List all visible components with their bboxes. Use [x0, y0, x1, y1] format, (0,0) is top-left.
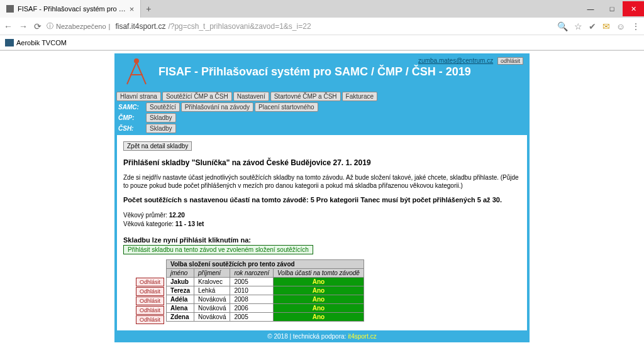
nav-startovne[interactable]: Startovné ČMP a ČSH: [270, 92, 341, 101]
register-skladba-button[interactable]: Přihlásit skladbu na tento závod ve zvol…: [123, 245, 313, 254]
nav-forward-icon[interactable]: →: [19, 21, 28, 31]
col-participation: Volba účasti na tomto závodě: [274, 269, 364, 278]
cell-firstname: Zdena: [167, 313, 194, 322]
star-icon[interactable]: ☆: [574, 21, 582, 31]
table-row: JakubKralovec2005Ano: [167, 278, 364, 286]
bookmark-item[interactable]: Aerobik TVCOM: [16, 39, 67, 46]
nav-label-cmp: ČMP:: [116, 114, 145, 121]
cell-lastname: Nováková: [194, 304, 230, 313]
nav-hlavni-strana[interactable]: Hlavní strana: [116, 92, 161, 101]
cell-year: 2005: [230, 313, 274, 322]
cell-firstname: Tereza: [167, 286, 194, 295]
table-row: TerezaLehká2010Ano: [167, 286, 364, 295]
account-icon[interactable]: ☺: [616, 21, 625, 31]
browser-tab[interactable]: FISAF - Přihlašovací systém pro … ×: [0, 0, 141, 18]
close-icon[interactable]: ×: [130, 4, 135, 14]
odhlasit-button[interactable]: Odhlásit: [136, 287, 164, 296]
register-heading: Skladbu lze nyní přihlásit kliknutím na:: [123, 236, 521, 244]
cell-lastname: Nováková: [194, 295, 230, 304]
cell-year: 2008: [230, 295, 274, 304]
nav-soutezici-cmp-csh[interactable]: Soutěžící ČMP a ČSH: [162, 92, 232, 101]
cell-participation[interactable]: Ano: [274, 278, 364, 286]
cell-firstname: Jakub: [167, 278, 194, 286]
cell-year: 2010: [230, 286, 274, 295]
back-detail-button[interactable]: Zpět na detail skladby: [123, 141, 192, 151]
url-path: /?pg=csh_t_prihlasovani&zavod=1&s_i=22: [168, 22, 311, 31]
nav-row-csh: ČSH: Skladby: [116, 123, 528, 134]
tab-bar: FISAF - Přihlašovací systém pro … × + — …: [0, 0, 644, 18]
table-row: AdélaNováková2008Ano: [167, 295, 364, 304]
bookmark-bar: Aerobik TVCOM: [0, 35, 644, 50]
menu-icon[interactable]: ⋮: [631, 21, 640, 31]
cell-participation[interactable]: Ano: [274, 286, 364, 295]
nav-samc-soutezici[interactable]: Soutěžící: [146, 102, 180, 112]
page-heading: Přihlášení skladby "Sluníčka" na závod Č…: [123, 158, 521, 167]
cell-firstname: Alena: [167, 304, 194, 313]
table-row: AlenaNováková2006Ano: [167, 304, 364, 313]
nav-back-icon[interactable]: ←: [4, 21, 13, 31]
col-firstname: jméno: [167, 269, 194, 278]
cell-lastname: Nováková: [194, 313, 230, 322]
address-bar[interactable]: fisaf.it4sport.cz/?pg=csh_t_prihlasovani…: [115, 22, 552, 31]
window-controls: — □ ✕: [580, 1, 644, 16]
search-ext-icon[interactable]: 🔍: [557, 21, 568, 31]
nav-samc-prihlasovani[interactable]: Přihlašování na závody: [181, 102, 253, 112]
check-icon[interactable]: ✔: [589, 21, 596, 31]
competitors-table-wrap: OdhlásitOdhlásitOdhlásitOdhlásitOdhlásit…: [136, 259, 521, 324]
new-tab-button[interactable]: +: [141, 1, 156, 16]
tab-title: FISAF - Přihlašovací systém pro …: [18, 5, 126, 13]
page-container: FISAF - Přihlašovací systém pro SAMC / Č…: [114, 53, 530, 342]
nav-nastaveni[interactable]: Nastavení: [233, 92, 269, 101]
nav-label-samc: SAMC:: [116, 104, 145, 111]
table-title: Volba složení soutěžících pro tento závo…: [167, 260, 364, 269]
col-year: rok narození: [230, 269, 274, 278]
nav-row-cmp: ČMP: Skladby: [116, 112, 528, 123]
nav-cmp-skladby[interactable]: Skladby: [146, 113, 176, 122]
header-banner: FISAF - Přihlašovací systém pro SAMC / Č…: [114, 53, 530, 90]
cell-participation[interactable]: Ano: [274, 304, 364, 313]
cell-year: 2005: [230, 278, 274, 286]
toolbar: ← → ⟳ ⓘ Nezabezpečeno | fisaf.it4sport.c…: [0, 18, 644, 35]
nav-fakturace[interactable]: Fakturace: [342, 92, 377, 101]
nav-strip: Hlavní strana Soutěžící ČMP a ČSH Nastav…: [114, 90, 530, 135]
content-area: Zpět na detail skladby Přihlášení skladb…: [114, 135, 530, 330]
age-block: Věkový průměr: 12.20 Věková kategorie: 1…: [123, 211, 521, 229]
logout-button[interactable]: odhlásit: [497, 57, 523, 65]
header-user-area: zumba.mates@centrum.cz odhlásit: [418, 57, 523, 65]
maximize-button[interactable]: □: [601, 1, 623, 16]
intro-paragraph: Zde si nejdřív nastavte účast jednotlivý…: [123, 173, 521, 190]
envelope-icon[interactable]: ✉: [602, 21, 610, 31]
col-lastname: příjmení: [194, 269, 230, 278]
odhlasit-button[interactable]: Odhlásit: [136, 278, 164, 286]
odhlasit-button[interactable]: Odhlásit: [136, 296, 164, 305]
bookmark-icon: [5, 39, 14, 46]
nav-label-csh: ČSH:: [116, 125, 145, 132]
cell-year: 2006: [230, 304, 274, 313]
cell-lastname: Lehká: [194, 286, 230, 295]
nav-row-samc: SAMC: Soutěžící Přihlašování na závody P…: [116, 102, 528, 112]
odhlasit-button[interactable]: Odhlásit: [136, 315, 164, 324]
odhlasit-button[interactable]: Odhlásit: [136, 306, 164, 315]
page-title: FISAF - Přihlašovací systém pro SAMC / Č…: [158, 65, 471, 79]
close-button[interactable]: ✕: [623, 1, 644, 16]
cell-participation[interactable]: Ano: [274, 313, 364, 322]
security-indicator[interactable]: ⓘ Nezabezpečeno |: [47, 21, 110, 31]
url-domain: fisaf.it4sport.cz: [115, 22, 165, 31]
footer: © 2018 | technická podpora: it4sport.cz: [114, 330, 530, 342]
cell-firstname: Adéla: [167, 295, 194, 304]
competitors-table: Volba složení soutěžících pro tento závo…: [166, 259, 364, 322]
browser-chrome: FISAF - Přihlašovací systém pro … × + — …: [0, 0, 644, 51]
cell-lastname: Kralovec: [194, 278, 230, 286]
page-icon: [6, 5, 14, 13]
nav-row-main: Hlavní strana Soutěžící ČMP a ČSH Nastav…: [116, 91, 528, 102]
info-icon: ⓘ: [47, 21, 53, 31]
minimize-button[interactable]: —: [580, 1, 601, 16]
table-row: ZdenaNováková2005Ano: [167, 313, 364, 322]
footer-link[interactable]: it4sport.cz: [348, 333, 377, 340]
user-email-link[interactable]: zumba.mates@centrum.cz: [418, 57, 493, 64]
svg-point-0: [135, 59, 138, 63]
nav-reload-icon[interactable]: ⟳: [34, 21, 42, 31]
nav-csh-skladby[interactable]: Skladby: [146, 124, 176, 133]
nav-samc-placeni[interactable]: Placení startovného: [255, 102, 318, 112]
cell-participation[interactable]: Ano: [274, 295, 364, 304]
